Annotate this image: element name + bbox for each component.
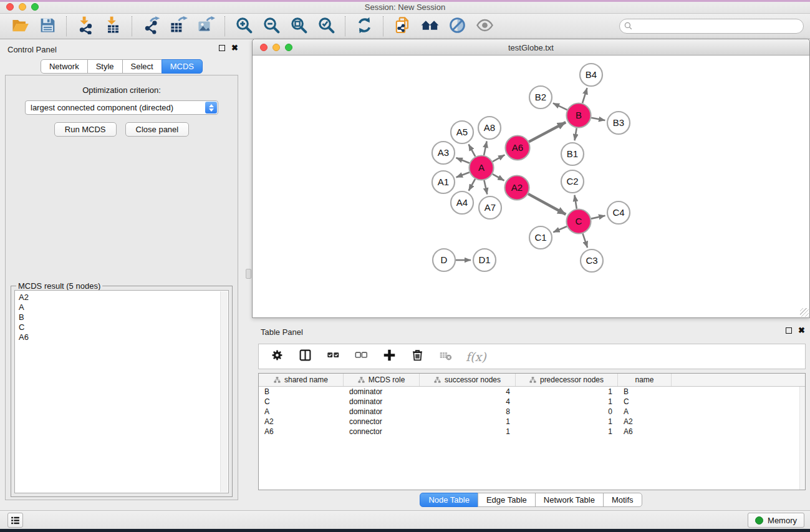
edge-C-C4[interactable] <box>591 216 605 219</box>
cell-successor-nodes: 1 <box>420 417 516 427</box>
scrollbar-track[interactable] <box>220 291 228 492</box>
mcds-result-item[interactable]: A2 <box>19 293 224 302</box>
close-panel-button[interactable]: Close panel <box>125 122 190 137</box>
edge-A-A5[interactable] <box>469 144 476 157</box>
edge-C-C1[interactable] <box>553 226 567 232</box>
tab-style[interactable]: Style <box>87 59 123 74</box>
save-button[interactable] <box>37 16 57 36</box>
cell-name: B <box>618 387 672 397</box>
mcds-result-title: MCDS result (5 nodes) <box>16 281 102 291</box>
edge-A-A6[interactable] <box>493 155 504 162</box>
table-row[interactable]: A6connector11A6 <box>259 427 805 437</box>
edge-A6-B[interactable] <box>529 122 566 142</box>
split-columns-button[interactable] <box>297 349 312 364</box>
mcds-result-item[interactable]: A6 <box>19 332 224 342</box>
tab-edge-table[interactable]: Edge Table <box>478 493 536 507</box>
node-label-C2: C2 <box>566 176 578 186</box>
zoom-out-icon <box>263 16 281 37</box>
edge-A-A3[interactable] <box>456 158 469 163</box>
mcds-result-item[interactable]: C <box>19 322 224 332</box>
table-row[interactable]: Adominator80A <box>259 407 805 417</box>
hide-panel-button[interactable] <box>447 16 467 36</box>
edge-A-A2[interactable] <box>493 174 504 180</box>
zoom-out-button[interactable] <box>261 16 281 36</box>
tab-network-table[interactable]: Network Table <box>535 493 604 507</box>
edge-A-A4[interactable] <box>469 179 475 191</box>
close-table-panel-icon[interactable]: ✖ <box>798 327 805 334</box>
toolbar-group <box>230 16 340 36</box>
edge-A-A1[interactable] <box>456 172 470 177</box>
edge-A2-C[interactable] <box>528 194 566 215</box>
criterion-select[interactable]: largest connected component (directed) <box>25 100 218 115</box>
table-type-tabs: Node TableEdge TableNetwork TableMotifs <box>252 493 810 507</box>
mcds-result-list[interactable]: A2ABCA6 <box>14 290 229 493</box>
import-table-button[interactable] <box>103 16 123 36</box>
add-button[interactable] <box>382 349 397 364</box>
column-header-successor-nodes[interactable]: successor nodes <box>420 374 516 386</box>
task-history-button[interactable] <box>7 513 23 528</box>
refresh-button[interactable] <box>354 16 374 36</box>
deselect-all-button[interactable] <box>354 349 369 364</box>
table-row[interactable]: Cdominator41C <box>259 397 805 407</box>
edge-C-C2[interactable] <box>574 195 576 209</box>
float-panel-icon[interactable] <box>219 45 225 51</box>
column-header-predecessor-nodes[interactable]: predecessor nodes <box>516 374 618 386</box>
toolbar-separator <box>383 16 383 36</box>
column-header-name[interactable]: name <box>618 374 672 386</box>
mcds-panel: Optimization criterion: largest connecte… <box>5 75 238 500</box>
mcds-result-item[interactable]: B <box>19 312 224 322</box>
import-network-button[interactable] <box>75 16 95 36</box>
node-label-A: A <box>478 162 485 173</box>
select-all-button[interactable] <box>325 349 340 364</box>
edge-B-B3[interactable] <box>591 118 605 120</box>
toolbar-group <box>388 16 498 36</box>
network-window-titlebar[interactable]: testGlobe.txt <box>253 39 809 56</box>
resize-grip-icon[interactable] <box>800 308 809 317</box>
table-row[interactable]: A2connector11A2 <box>259 417 805 427</box>
delete-button[interactable] <box>410 349 425 364</box>
run-mcds-button[interactable]: Run MCDS <box>54 122 117 137</box>
clone-network-button[interactable] <box>392 16 412 36</box>
eye-button[interactable] <box>475 16 494 36</box>
mcds-result-item[interactable]: A <box>19 302 224 312</box>
network-canvas[interactable]: B4B2BB3A5A8A6A3B1AA1C2A2A4A7C4CC1C3DD1 <box>253 56 809 317</box>
edge-C-C3[interactable] <box>582 233 587 248</box>
column-header-MCDS-role[interactable]: MCDS role <box>344 374 420 386</box>
zoom-in-button[interactable] <box>234 16 254 36</box>
toolbar-group <box>72 16 127 36</box>
open-file-button[interactable] <box>10 16 30 36</box>
splitter-handle[interactable] <box>246 269 251 279</box>
tab-network[interactable]: Network <box>41 59 88 74</box>
float-table-panel-icon[interactable] <box>786 327 792 334</box>
zoom-selected-button[interactable] <box>316 16 336 36</box>
memory-button[interactable]: Memory <box>748 513 804 528</box>
export-network-button[interactable] <box>141 16 161 36</box>
table-scrollbar-track[interactable] <box>799 387 805 490</box>
search-input[interactable] <box>619 19 804 34</box>
tab-node-table[interactable]: Node Table <box>420 493 478 507</box>
export-table-button[interactable] <box>168 16 188 36</box>
tab-select[interactable]: Select <box>122 59 162 74</box>
column-header-shared-name[interactable]: shared name <box>259 374 344 386</box>
table-toolbar: f(x) <box>258 344 806 369</box>
cytoscape-app: Session: New Session Control Panel ✖ Net… <box>0 0 810 532</box>
edge-A-A7[interactable] <box>484 180 487 194</box>
gear-button[interactable] <box>269 349 284 364</box>
edge-B-B2[interactable] <box>553 103 567 110</box>
close-panel-icon[interactable]: ✖ <box>231 45 238 51</box>
tab-motifs[interactable]: Motifs <box>603 493 642 507</box>
home-view-button[interactable] <box>420 16 440 36</box>
zoom-fit-button[interactable] <box>289 16 309 36</box>
export-image-button[interactable] <box>196 16 216 36</box>
edge-A-A8[interactable] <box>484 142 487 155</box>
table-row[interactable]: Bdominator41B <box>259 387 805 397</box>
export-table-icon <box>170 16 188 37</box>
tab-mcds[interactable]: MCDS <box>162 59 203 74</box>
edge-B-B4[interactable] <box>582 88 587 103</box>
cell-name: A6 <box>618 427 672 437</box>
delete-table-button[interactable] <box>438 349 453 364</box>
criterion-value: largest connected component (directed) <box>31 103 173 112</box>
memory-status-icon <box>755 516 763 525</box>
function-builder-button[interactable]: f(x) <box>466 350 486 364</box>
edge-B-B1[interactable] <box>575 128 577 140</box>
